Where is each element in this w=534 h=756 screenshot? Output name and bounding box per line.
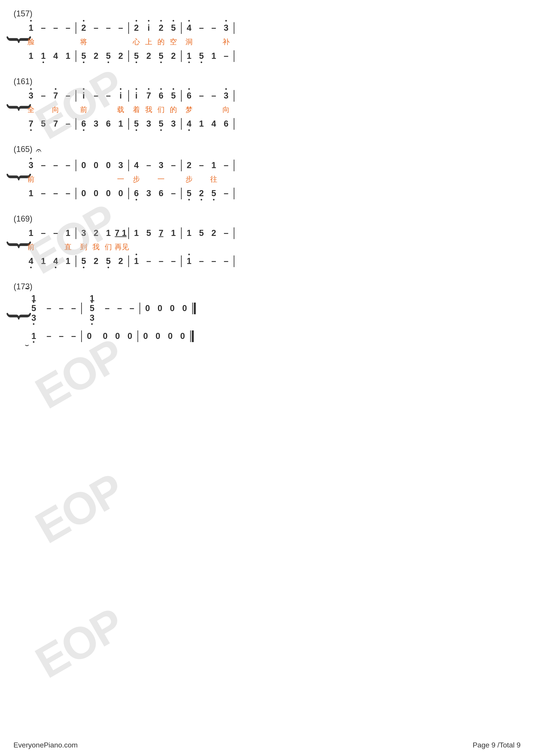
bar165-2 xyxy=(128,160,129,171)
n157-dash5: – xyxy=(102,23,114,33)
b161-12: 3 xyxy=(167,119,180,129)
b157-8: 2 xyxy=(114,51,127,61)
lyr161-9: 着 xyxy=(130,105,143,115)
n161-3: 7 xyxy=(50,91,62,100)
b165-15: 5 xyxy=(208,189,220,198)
n157-dash3: – xyxy=(62,23,74,33)
b165-1: 1 xyxy=(25,189,37,198)
lyr161-16: 向 xyxy=(220,105,232,115)
lyr157-5: 将 xyxy=(78,37,90,47)
b173-4: – xyxy=(67,331,80,341)
lyr161-12: 的 xyxy=(167,105,180,115)
section-161: (161) ︸ 3 – 7 – i xyxy=(14,77,521,131)
n173-3: – xyxy=(55,304,67,313)
b157-15: 1 xyxy=(208,51,220,61)
n161-1: 3 xyxy=(25,91,37,100)
n169-10: 5 xyxy=(143,228,155,238)
b161-4: – xyxy=(62,119,74,129)
b161-1: 7 xyxy=(25,119,37,129)
bar169-b2 xyxy=(128,256,129,267)
n165-1: 3 xyxy=(25,160,37,170)
n161-9: i xyxy=(130,91,143,100)
b165-11: 6 xyxy=(155,189,167,198)
b161-6: 3 xyxy=(90,119,102,129)
n173-4: – xyxy=(67,304,80,313)
b169-1: 4 xyxy=(25,256,37,266)
b157-6: 2 xyxy=(90,51,102,61)
measure-number-169: (169) xyxy=(14,214,521,224)
n157-dash8: – xyxy=(208,23,220,33)
lyr169-8: 再见 xyxy=(114,242,129,252)
n157-4: i xyxy=(143,23,155,33)
n169-12: 1 xyxy=(167,228,180,238)
lyr161-11: 们 xyxy=(155,105,167,115)
n169-4: 1 xyxy=(62,228,74,238)
n157-8: 3 xyxy=(220,23,232,33)
b173-8: 0 xyxy=(124,331,136,341)
b157-4: 1 xyxy=(62,51,74,61)
n169-13: 1 xyxy=(183,228,195,238)
n169-5: 3 xyxy=(78,228,90,238)
section-165: (165) 𝄐 ︸ 3 – – – 0 0 0 xyxy=(14,145,521,201)
measure-number-157: (157) xyxy=(14,9,521,18)
bar169-b1 xyxy=(76,256,76,267)
b169-10: – xyxy=(143,256,155,266)
lyr165-15: 往 xyxy=(208,175,220,184)
lyr157-13: 洞 xyxy=(183,37,195,47)
bar165-b1 xyxy=(76,188,76,199)
lyr165-13: 步 xyxy=(183,175,195,184)
lyr157-1: 脸 xyxy=(25,37,37,47)
b173-7: 0 xyxy=(112,331,124,341)
lyr161-10: 我 xyxy=(143,105,155,115)
n165-9: 4 xyxy=(130,160,143,170)
treble-notes-row-157: 1 – – – 2 – – – 2 xyxy=(25,21,521,35)
lyr161-8: 载 xyxy=(114,105,127,115)
section-173: (173) ︸ ⌢ 1 5 3 – xyxy=(14,282,521,343)
n169-1: 1 xyxy=(25,228,37,238)
lyr169-7: 们 xyxy=(102,242,114,252)
lyrics-169: 前 直 到 我 们 再见 xyxy=(25,242,521,252)
lyr165-8: 一 xyxy=(114,175,127,184)
b161-10: 3 xyxy=(143,119,155,129)
bar169-1 xyxy=(76,228,76,239)
n161-10: 7 xyxy=(143,91,155,100)
b173-5: 0 xyxy=(83,331,95,341)
bar173-b1 xyxy=(81,330,82,342)
bar157-3 xyxy=(181,22,182,34)
n165-15: 1 xyxy=(208,160,220,170)
b169-8: 2 xyxy=(114,256,127,266)
lyr165-11: 一 xyxy=(155,175,167,184)
b157-14: 5 xyxy=(195,51,208,61)
b157-13: 1 xyxy=(183,51,195,61)
bar161-b1 xyxy=(76,118,76,130)
n165-12: – xyxy=(167,160,180,170)
n161-15: – xyxy=(208,91,220,100)
treble-notes-169: 1 – – 1 3 2 1 7 1 1 5 7 1 1 xyxy=(25,226,521,240)
b161-13: 4 xyxy=(183,119,195,129)
footer: EveryonePiano.com Page 9 /Total 9 xyxy=(13,741,521,749)
b173-11: 0 xyxy=(164,331,176,341)
lyr165-9: 步 xyxy=(130,175,143,184)
bar157-b1 xyxy=(76,50,76,62)
n157-dash7: – xyxy=(195,23,208,33)
lyrics-161: 全 向 前 载 着 我 们 的 梦 xyxy=(25,105,521,115)
b157-16: – xyxy=(220,51,232,61)
lyr157-9: 心 xyxy=(130,37,143,47)
b157-1: 1 xyxy=(25,51,37,61)
brace-top-157: ︸ xyxy=(14,21,25,63)
fermata-165: 𝄐 xyxy=(36,145,41,156)
lyr169-4: 直 xyxy=(62,242,74,252)
n161-13: 6 xyxy=(183,91,195,100)
b169-16: – xyxy=(220,256,232,266)
treble-notes-173: ⌢ 1 5 3 – – – 1 5 xyxy=(25,294,521,323)
b169-5: 5 xyxy=(78,256,90,266)
b169-2: 1 xyxy=(37,256,50,266)
n161-16: 3 xyxy=(220,91,232,100)
bar169-2 xyxy=(128,228,129,239)
lyr169-6: 我 xyxy=(90,242,102,252)
lyrics-row1-157: 脸 将 心 上 的 空 洞 xyxy=(25,37,521,47)
n169-9: 1 xyxy=(130,228,143,238)
n157-dash4: – xyxy=(90,23,102,33)
b165-10: 3 xyxy=(143,189,155,198)
lyr161-13: 梦 xyxy=(183,105,195,115)
